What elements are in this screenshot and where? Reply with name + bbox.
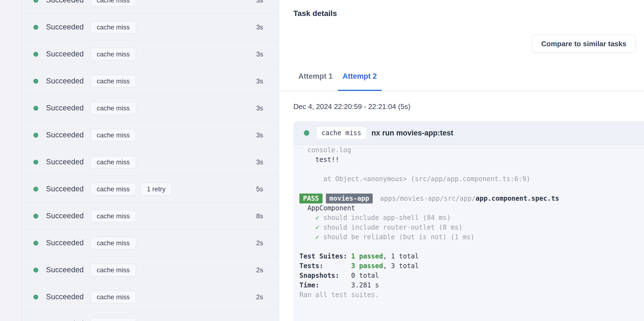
task-row[interactable]: Succeeded cache miss 3s <box>22 14 279 41</box>
task-row[interactable]: Succeeded cache miss 3s <box>22 41 279 68</box>
task-duration: 2s <box>256 257 263 283</box>
cache-status-badge: cache miss <box>90 183 136 195</box>
project-badge: movies-app <box>326 194 373 203</box>
terminal-text-segment <box>299 224 315 231</box>
cache-status-badge: cache miss <box>90 129 136 142</box>
task-command: nx run movies-app:test <box>372 129 453 137</box>
tab-attempt-1[interactable]: Attempt 1 <box>293 68 338 91</box>
cache-status-badge: cache miss <box>90 0 136 7</box>
task-badges: cache miss <box>90 237 136 249</box>
task-row[interactable]: Succeeded cache miss 3s <box>22 68 279 95</box>
terminal-text-segment: app.component.spec.ts <box>476 195 559 202</box>
status-dot-icon <box>33 52 38 57</box>
task-row[interactable]: Succeeded cache miss 3s <box>22 149 279 176</box>
terminal-text-segment: Ran all test suites. <box>299 291 379 299</box>
terminal-text-segment: 3.281 s <box>351 281 379 289</box>
task-duration: 5s <box>256 176 263 202</box>
task-status-label: Succeeded <box>46 104 84 112</box>
task-badges: cache miss <box>90 48 136 61</box>
task-status-label: Succeeded <box>46 77 84 85</box>
task-badges: cache miss <box>90 210 136 222</box>
status-dot-icon <box>304 130 309 136</box>
terminal-text-segment: Tests: <box>299 262 351 270</box>
task-status-label: Succeeded <box>46 266 84 274</box>
terminal-line: Test Suites: 1 passed, 1 total <box>299 252 641 261</box>
status-dot-icon <box>33 106 38 111</box>
cache-status-badge: cache miss <box>90 156 136 168</box>
terminal-text-segment: Test Suites: <box>299 252 351 260</box>
terminal-text-segment: Snapshots: <box>299 272 351 279</box>
task-duration: 3s <box>256 14 263 40</box>
task-rows: Succeeded cache miss 3s Succeeded cache … <box>22 0 279 321</box>
task-status-label: Succeeded <box>46 131 84 139</box>
terminal-text-segment: 1 passed <box>351 252 383 260</box>
task-duration: 2s <box>256 284 263 310</box>
task-status-label: Succeeded <box>46 0 84 4</box>
task-row[interactable]: Succeeded cache miss 3s <box>22 122 279 149</box>
task-row[interactable]: Succeeded cache miss1 retry 5s <box>22 176 279 203</box>
task-row[interactable]: Succeeded cache miss 2s <box>22 284 279 311</box>
status-dot-icon <box>33 79 38 84</box>
cache-status-badge: cache miss <box>90 102 136 115</box>
task-status-label: Succeeded <box>46 158 84 166</box>
cache-status-badge: cache miss <box>90 210 136 222</box>
task-status-label: Succeeded <box>46 23 84 31</box>
task-duration: 8s <box>256 203 263 229</box>
cache-status-badge: cache miss <box>90 237 136 249</box>
task-status-label: Succeeded <box>46 185 84 193</box>
terminal-text-segment: Time: <box>299 281 351 289</box>
status-dot-icon <box>33 0 38 3</box>
task-badges: cache miss <box>90 21 136 34</box>
status-dot-icon <box>33 295 38 300</box>
task-row[interactable]: Succeeded cache miss <box>22 311 279 321</box>
status-dot-icon <box>33 160 38 165</box>
attempt-date-range: Dec 4, 2024 22:20:59 - 22:21:04 (5s) <box>293 102 410 111</box>
task-row[interactable]: Succeeded cache miss 3s <box>22 0 279 14</box>
terminal-text-segment: should be reliable (but is not) (1 ms) <box>319 233 475 241</box>
compare-similar-tasks-button[interactable]: Compare to similar tasks <box>532 35 636 53</box>
page-title: Task details <box>293 9 337 18</box>
terminal-output: console.log test!! at Object.<anonymous>… <box>293 145 644 316</box>
task-output-header[interactable]: cache miss nx run movies-app:test <box>293 121 644 145</box>
task-row[interactable]: Succeeded cache miss 2s <box>22 230 279 257</box>
task-badges: cache miss <box>90 264 136 276</box>
terminal-text-segment <box>299 214 315 222</box>
task-duration: 3s <box>256 0 263 13</box>
terminal-text-segment: 3 passed <box>351 262 383 270</box>
task-duration: 3s <box>256 122 263 148</box>
terminal-line: Time: 3.281 s <box>299 281 641 290</box>
task-list-panel: Succeeded cache miss 3s Succeeded cache … <box>0 0 279 321</box>
pass-badge: PASS <box>299 194 323 203</box>
terminal-text-segment: , 3 total <box>383 262 419 270</box>
terminal-text-segment: , 1 total <box>383 252 419 260</box>
terminal-line: ✓ should be reliable (but is not) (1 ms) <box>299 232 641 242</box>
task-duration: 3s <box>256 95 263 121</box>
check-icon: ✓ <box>315 224 319 231</box>
terminal-text-segment: at Object.<anonymous> (src/app/app.compo… <box>299 175 530 183</box>
task-row[interactable]: Succeeded cache miss 3s <box>22 95 279 122</box>
task-row[interactable]: Succeeded cache miss 2s <box>22 257 279 284</box>
task-status-label: Succeeded <box>46 320 84 321</box>
cache-status-badge: cache miss <box>90 75 136 88</box>
task-row[interactable]: Succeeded cache miss 8s <box>22 203 279 230</box>
check-icon: ✓ <box>315 214 319 222</box>
terminal-text-segment: apps/movies-app/src/app/ <box>376 195 475 202</box>
task-badges: cache miss <box>90 102 136 115</box>
task-badges: cache miss <box>90 318 136 321</box>
task-badges: cache miss <box>90 156 136 168</box>
tab-attempt-2[interactable]: Attempt 2 <box>338 68 382 91</box>
task-status-label: Succeeded <box>46 212 84 220</box>
terminal-line: PASSmovies-app apps/movies-app/src/app/a… <box>299 194 641 203</box>
retry-badge: 1 retry <box>140 183 172 195</box>
task-badges: cache miss <box>90 291 136 303</box>
task-status-label: Succeeded <box>46 50 84 58</box>
terminal-text-segment: AppComponent <box>299 204 355 212</box>
status-dot-icon <box>33 241 38 246</box>
status-dot-icon <box>33 187 38 192</box>
task-list-left-rail <box>0 0 22 321</box>
task-badges: cache miss <box>90 0 136 7</box>
task-badges: cache miss <box>90 129 136 142</box>
cache-status-badge: cache miss <box>90 318 136 321</box>
terminal-line <box>299 165 641 174</box>
task-duration: 3s <box>256 149 263 175</box>
